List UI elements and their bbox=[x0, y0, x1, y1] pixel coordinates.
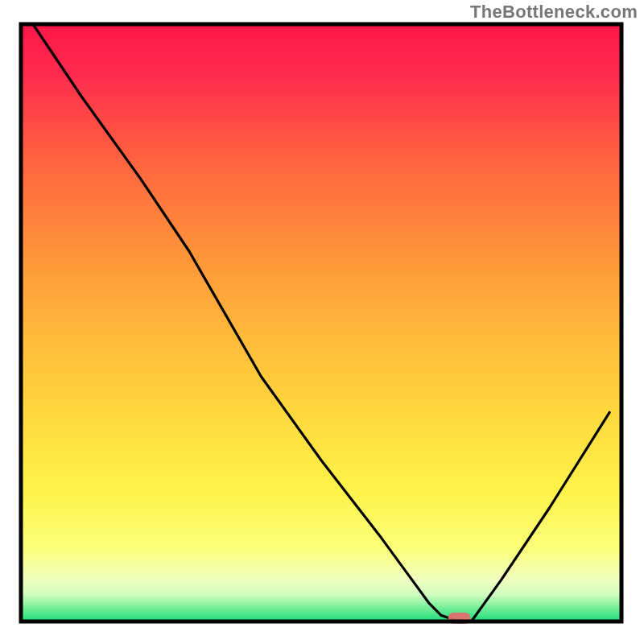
plot-area bbox=[21, 24, 621, 624]
chart-frame: TheBottleneck.com bbox=[0, 0, 644, 644]
svg-rect-0 bbox=[21, 24, 621, 621]
bottleneck-chart bbox=[0, 0, 644, 644]
watermark-label: TheBottleneck.com bbox=[470, 2, 638, 23]
